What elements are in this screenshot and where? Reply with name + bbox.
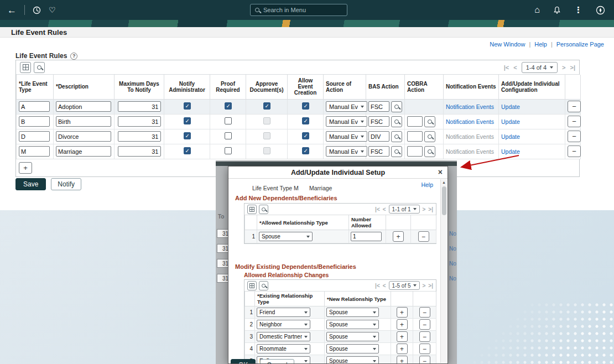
- notification-events-link[interactable]: Notification Events: [446, 148, 494, 155]
- actions-menu-button[interactable]: ⋮: [574, 5, 582, 15]
- life-event-type-input[interactable]: [19, 116, 50, 127]
- ok-button[interactable]: OK: [231, 359, 256, 364]
- delete-row-button[interactable]: −: [568, 145, 581, 157]
- recent-history-button[interactable]: [33, 6, 41, 14]
- update-link[interactable]: Update: [501, 133, 520, 140]
- new-relationship-select[interactable]: Spouse: [326, 344, 379, 353]
- next-page-button[interactable]: >: [423, 206, 426, 212]
- delete-row-button[interactable]: −: [419, 344, 430, 354]
- allow-event-creation-checkbox[interactable]: [302, 102, 309, 110]
- max-days-input[interactable]: [118, 116, 161, 127]
- delete-row-button[interactable]: −: [419, 356, 430, 364]
- proof-required-checkbox[interactable]: [225, 102, 232, 110]
- existing-relationship-select[interactable]: Domestic Partner Adu: [257, 332, 310, 341]
- max-days-input[interactable]: [118, 131, 161, 142]
- search-input[interactable]: Search in Menu: [250, 4, 347, 16]
- delete-row-button[interactable]: −: [568, 101, 581, 112]
- allow-event-creation-checkbox[interactable]: [302, 117, 309, 124]
- add-row-button[interactable]: +: [19, 162, 32, 174]
- cobra-action-input[interactable]: [407, 131, 423, 142]
- help-link[interactable]: Help: [534, 41, 547, 48]
- existing-relationship-select[interactable]: Neighbor: [257, 320, 310, 329]
- description-input[interactable]: [56, 101, 111, 112]
- add-row-button[interactable]: +: [397, 356, 408, 364]
- row-range-select[interactable]: 1-4 of 4: [522, 62, 558, 73]
- prev-page-button[interactable]: <: [383, 206, 386, 212]
- new-relationship-select[interactable]: Spouse: [326, 320, 379, 329]
- navbar-button[interactable]: [596, 6, 605, 15]
- bas-action-input[interactable]: [368, 116, 389, 127]
- cancel-button[interactable]: Cancel: [260, 359, 294, 364]
- approve-documents-checkbox[interactable]: [263, 102, 270, 110]
- close-icon[interactable]: ×: [438, 168, 443, 176]
- add-row-button[interactable]: +: [397, 331, 408, 342]
- source-of-action-select[interactable]: Manual Ev: [326, 101, 367, 112]
- existing-relationship-select[interactable]: Friend: [257, 308, 310, 317]
- save-button[interactable]: Save: [15, 178, 46, 190]
- notify-admin-checkbox[interactable]: [184, 147, 191, 154]
- cobra-action-lookup-button[interactable]: [424, 146, 435, 157]
- prev-page-button[interactable]: <: [383, 283, 386, 289]
- modal-help-link[interactable]: Help: [421, 181, 433, 188]
- first-page-button[interactable]: |<: [375, 206, 380, 212]
- notify-button[interactable]: Notify: [51, 178, 81, 190]
- favorites-button[interactable]: ♡: [49, 6, 56, 14]
- bas-action-lookup-button[interactable]: [391, 101, 402, 112]
- bas-action-lookup-button[interactable]: [391, 146, 402, 157]
- cobra-action-input[interactable]: [407, 146, 423, 157]
- row-range-select[interactable]: 1-1 of 1: [389, 205, 420, 214]
- grid-search-button[interactable]: [34, 62, 45, 73]
- first-page-button[interactable]: |<: [375, 283, 380, 289]
- proof-required-checkbox[interactable]: [225, 132, 232, 139]
- cobra-action-lookup-button[interactable]: [424, 131, 435, 142]
- description-input[interactable]: [56, 116, 111, 127]
- scroll-up-icon[interactable]: ▲: [441, 180, 447, 184]
- new-window-link[interactable]: New Window: [490, 41, 525, 48]
- last-page-button[interactable]: >|: [428, 283, 433, 289]
- notify-admin-checkbox[interactable]: [184, 117, 191, 124]
- notify-admin-checkbox[interactable]: [184, 132, 191, 139]
- existing-relationship-select[interactable]: Roommate: [257, 344, 310, 353]
- new-relationship-select[interactable]: Spouse: [326, 308, 379, 317]
- number-allowed-input[interactable]: [351, 232, 382, 241]
- bas-action-input[interactable]: [368, 131, 389, 142]
- bas-action-input[interactable]: [368, 146, 389, 157]
- source-of-action-select[interactable]: Manual Ev: [326, 116, 367, 127]
- proof-required-checkbox[interactable]: [225, 147, 232, 154]
- max-days-input[interactable]: [118, 101, 161, 112]
- grid-search-button[interactable]: [259, 205, 268, 214]
- add-row-button[interactable]: +: [397, 344, 408, 354]
- proof-required-checkbox[interactable]: [225, 117, 232, 124]
- row-range-select[interactable]: 1-5 of 5: [389, 281, 420, 290]
- add-row-button[interactable]: +: [397, 319, 408, 330]
- scrollbar-thumb[interactable]: [442, 186, 446, 215]
- allowed-relationship-select[interactable]: Spouse: [259, 232, 313, 241]
- life-event-type-input[interactable]: [19, 131, 50, 142]
- add-row-button[interactable]: +: [393, 231, 404, 242]
- bas-action-lookup-button[interactable]: [391, 116, 402, 127]
- source-of-action-select[interactable]: Manual Ev: [326, 131, 367, 142]
- first-page-button[interactable]: |<: [504, 64, 509, 71]
- notification-events-link[interactable]: Notification Events: [446, 103, 494, 110]
- bas-action-input[interactable]: [368, 101, 389, 112]
- allow-event-creation-checkbox[interactable]: [302, 132, 309, 139]
- delete-row-button[interactable]: −: [568, 116, 581, 127]
- notifications-button[interactable]: [553, 6, 561, 14]
- notify-admin-checkbox[interactable]: [184, 102, 191, 110]
- notification-events-link[interactable]: Notification Events: [446, 118, 494, 125]
- delete-row-button[interactable]: −: [418, 231, 429, 242]
- grid-layout-button[interactable]: [247, 205, 257, 214]
- update-link[interactable]: Update: [501, 118, 520, 125]
- life-event-type-input[interactable]: [19, 146, 50, 157]
- grid-layout-button[interactable]: [20, 62, 31, 73]
- cobra-action-input[interactable]: [407, 116, 423, 127]
- prev-page-button[interactable]: <: [513, 64, 517, 71]
- source-of-action-select[interactable]: Manual Ev: [326, 146, 367, 157]
- delete-row-button[interactable]: −: [568, 131, 581, 142]
- update-link[interactable]: Update: [501, 103, 520, 110]
- update-link-marriage[interactable]: Update: [501, 148, 520, 155]
- modal-scrollbar[interactable]: ▲: [440, 179, 447, 363]
- back-button[interactable]: ←: [7, 6, 17, 15]
- allow-event-creation-checkbox[interactable]: [302, 147, 309, 154]
- help-icon[interactable]: ?: [70, 53, 77, 60]
